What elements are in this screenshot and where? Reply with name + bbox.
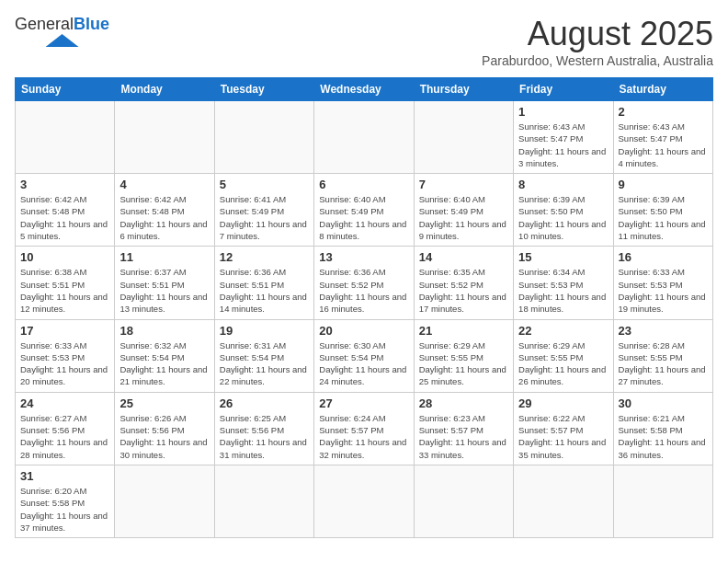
day-number: 23 [619,324,708,338]
day-info: Sunrise: 6:37 AM Sunset: 5:51 PM Dayligh… [119,266,209,315]
calendar-cell: 10Sunrise: 6:38 AM Sunset: 5:51 PM Dayli… [16,247,115,319]
calendar-cell [214,465,313,537]
week-row-5: 31Sunrise: 6:20 AM Sunset: 5:58 PM Dayli… [16,465,713,537]
calendar-cell: 13Sunrise: 6:36 AM Sunset: 5:52 PM Dayli… [314,247,414,319]
day-info: Sunrise: 6:36 AM Sunset: 5:51 PM Dayligh… [220,266,309,315]
calendar-header: SundayMondayTuesdayWednesdayThursdayFrid… [16,78,713,101]
day-number: 6 [319,178,408,191]
day-number: 16 [619,250,708,264]
day-number: 9 [619,178,708,191]
day-info: Sunrise: 6:31 AM Sunset: 5:54 PM Dayligh… [220,339,309,388]
calendar-cell: 8Sunrise: 6:39 AM Sunset: 5:50 PM Daylig… [514,174,613,247]
day-info: Sunrise: 6:29 AM Sunset: 5:55 PM Dayligh… [518,339,608,388]
day-info: Sunrise: 6:25 AM Sunset: 5:56 PM Dayligh… [220,412,309,461]
calendar-cell: 3Sunrise: 6:42 AM Sunset: 5:48 PM Daylig… [16,174,115,247]
week-row-4: 24Sunrise: 6:27 AM Sunset: 5:56 PM Dayli… [16,392,713,465]
calendar-cell: 14Sunrise: 6:35 AM Sunset: 5:52 PM Dayli… [414,247,513,319]
day-info: Sunrise: 6:42 AM Sunset: 5:48 PM Dayligh… [119,193,209,242]
calendar-cell: 24Sunrise: 6:27 AM Sunset: 5:56 PM Dayli… [16,392,115,465]
calendar-cell [514,465,613,537]
day-number: 10 [20,250,109,264]
day-number: 22 [518,324,608,338]
day-number: 27 [319,396,408,410]
day-number: 25 [119,396,209,410]
day-number: 4 [119,178,209,191]
day-number: 14 [419,250,508,264]
calendar-cell [414,465,513,537]
week-row-0: 1Sunrise: 6:43 AM Sunset: 5:47 PM Daylig… [16,101,713,174]
calendar-cell: 28Sunrise: 6:23 AM Sunset: 5:57 PM Dayli… [414,392,513,465]
day-number: 28 [419,396,508,410]
logo-general-text: GeneralBlue [15,15,109,34]
day-number: 13 [319,250,408,264]
weekday-header-row: SundayMondayTuesdayWednesdayThursdayFrid… [16,78,713,101]
weekday-wednesday: Wednesday [314,78,414,101]
day-info: Sunrise: 6:23 AM Sunset: 5:57 PM Dayligh… [419,412,508,461]
day-info: Sunrise: 6:22 AM Sunset: 5:57 PM Dayligh… [518,412,608,461]
week-row-1: 3Sunrise: 6:42 AM Sunset: 5:48 PM Daylig… [16,174,713,247]
day-number: 17 [20,324,109,338]
calendar-cell: 26Sunrise: 6:25 AM Sunset: 5:56 PM Dayli… [214,392,313,465]
day-number: 8 [518,178,608,191]
day-number: 7 [419,178,508,191]
calendar-cell [214,101,313,174]
week-row-2: 10Sunrise: 6:38 AM Sunset: 5:51 PM Dayli… [16,247,713,319]
calendar-cell: 2Sunrise: 6:43 AM Sunset: 5:47 PM Daylig… [613,101,712,174]
day-info: Sunrise: 6:36 AM Sunset: 5:52 PM Dayligh… [319,266,408,315]
day-number: 1 [518,105,608,119]
calendar-cell [414,101,513,174]
day-info: Sunrise: 6:43 AM Sunset: 5:47 PM Dayligh… [619,121,708,169]
calendar-cell: 30Sunrise: 6:21 AM Sunset: 5:58 PM Dayli… [613,392,712,465]
calendar-cell: 31Sunrise: 6:20 AM Sunset: 5:58 PM Dayli… [16,465,115,537]
day-number: 26 [220,396,309,410]
day-info: Sunrise: 6:33 AM Sunset: 5:53 PM Dayligh… [20,339,109,388]
day-number: 19 [220,324,309,338]
calendar-cell [314,465,414,537]
day-info: Sunrise: 6:20 AM Sunset: 5:58 PM Dayligh… [20,485,109,534]
title-block: August 2025 Paraburdoo, Western Australi… [482,15,713,68]
day-info: Sunrise: 6:38 AM Sunset: 5:51 PM Dayligh… [20,266,109,315]
day-number: 20 [319,324,408,338]
day-number: 11 [119,250,209,264]
calendar-cell: 12Sunrise: 6:36 AM Sunset: 5:51 PM Dayli… [214,247,313,319]
calendar-cell: 29Sunrise: 6:22 AM Sunset: 5:57 PM Dayli… [514,392,613,465]
calendar-cell: 27Sunrise: 6:24 AM Sunset: 5:57 PM Dayli… [314,392,414,465]
calendar-cell: 15Sunrise: 6:34 AM Sunset: 5:53 PM Dayli… [514,247,613,319]
calendar-cell [115,465,214,537]
weekday-saturday: Saturday [613,78,712,101]
day-number: 29 [518,396,608,410]
calendar-cell: 7Sunrise: 6:40 AM Sunset: 5:49 PM Daylig… [414,174,513,247]
page-header: GeneralBlue August 2025 Paraburdoo, West… [15,15,713,68]
weekday-thursday: Thursday [414,78,513,101]
weekday-monday: Monday [115,78,214,101]
calendar-cell: 6Sunrise: 6:40 AM Sunset: 5:49 PM Daylig… [314,174,414,247]
day-info: Sunrise: 6:27 AM Sunset: 5:56 PM Dayligh… [20,412,109,461]
calendar-body: 1Sunrise: 6:43 AM Sunset: 5:47 PM Daylig… [16,101,713,538]
calendar-cell: 5Sunrise: 6:41 AM Sunset: 5:49 PM Daylig… [214,174,313,247]
day-number: 3 [20,178,109,191]
day-info: Sunrise: 6:40 AM Sunset: 5:49 PM Dayligh… [419,193,508,242]
calendar-cell: 21Sunrise: 6:29 AM Sunset: 5:55 PM Dayli… [414,319,513,392]
day-info: Sunrise: 6:34 AM Sunset: 5:53 PM Dayligh… [518,266,608,315]
calendar-cell [16,101,115,174]
calendar-cell [115,101,214,174]
day-info: Sunrise: 6:28 AM Sunset: 5:55 PM Dayligh… [619,339,708,388]
day-number: 21 [419,324,508,338]
calendar-cell: 16Sunrise: 6:33 AM Sunset: 5:53 PM Dayli… [613,247,712,319]
logo-triangle-icon [46,34,79,47]
day-number: 18 [119,324,209,338]
calendar-cell: 9Sunrise: 6:39 AM Sunset: 5:50 PM Daylig… [613,174,712,247]
day-info: Sunrise: 6:43 AM Sunset: 5:47 PM Dayligh… [518,121,608,169]
weekday-friday: Friday [514,78,613,101]
calendar-cell [613,465,712,537]
month-year-title: August 2025 [482,15,713,53]
day-number: 12 [220,250,309,264]
calendar-cell: 20Sunrise: 6:30 AM Sunset: 5:54 PM Dayli… [314,319,414,392]
calendar-cell: 1Sunrise: 6:43 AM Sunset: 5:47 PM Daylig… [514,101,613,174]
calendar-cell: 18Sunrise: 6:32 AM Sunset: 5:54 PM Dayli… [115,319,214,392]
day-info: Sunrise: 6:30 AM Sunset: 5:54 PM Dayligh… [319,339,408,388]
day-info: Sunrise: 6:41 AM Sunset: 5:49 PM Dayligh… [220,193,309,242]
calendar-cell: 11Sunrise: 6:37 AM Sunset: 5:51 PM Dayli… [115,247,214,319]
day-info: Sunrise: 6:29 AM Sunset: 5:55 PM Dayligh… [419,339,508,388]
day-number: 30 [619,396,708,410]
